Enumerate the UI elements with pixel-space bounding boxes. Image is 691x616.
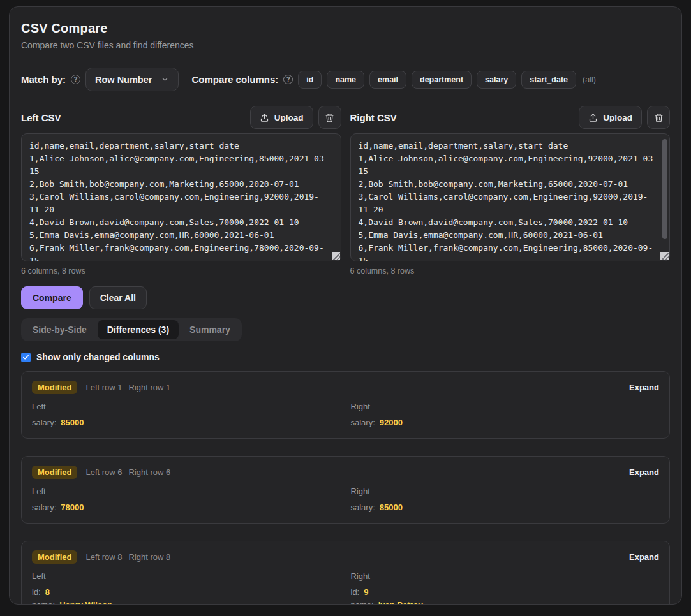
field-row: salary:92000 (351, 416, 660, 429)
field-key: salary: (351, 418, 375, 427)
field-row: id:8 (32, 586, 341, 599)
column-chip-email[interactable]: email (369, 71, 406, 89)
field-row: name:Henry Wilson (32, 599, 341, 605)
chevron-down-icon (161, 75, 169, 84)
field-key: salary: (32, 418, 56, 427)
tab-differences-3[interactable]: Differences (3) (98, 320, 179, 339)
field-key: name: (351, 600, 374, 605)
right-column-title: Right (351, 485, 660, 498)
resize-grip[interactable] (332, 252, 340, 260)
field-row: id:9 (351, 586, 660, 599)
column-chip-id[interactable]: id (298, 71, 322, 89)
csv-panels: Left CSV Upload id,nam (21, 106, 670, 275)
compare-columns-help-icon[interactable]: ? (283, 75, 293, 84)
field-key: id: (32, 587, 41, 597)
field-value: 8 (45, 587, 50, 597)
left-row-meta: Left row 6 (85, 467, 122, 477)
upload-left-label: Upload (274, 113, 304, 122)
left-diff-column: Leftsalary:78000 (32, 485, 341, 514)
checkbox-checked-icon[interactable] (21, 353, 31, 362)
field-value: Henry Wilson (59, 600, 112, 605)
right-csv-title: Right CSV (350, 112, 397, 123)
left-row-meta: Left row 8 (85, 552, 122, 562)
page-title: CSV Compare (21, 21, 670, 36)
field-key: name: (32, 600, 55, 605)
match-by-select[interactable]: Row Number (85, 68, 179, 91)
field-value: 9 (364, 587, 368, 597)
scrollbar-thumb[interactable] (662, 139, 667, 239)
field-key: salary: (32, 502, 56, 512)
upload-right-label: Upload (603, 113, 632, 122)
left-column-title: Left (32, 570, 341, 583)
column-chip-start_date[interactable]: start_date (521, 71, 576, 89)
diff-card: ModifiedLeft row 6Right row 6ExpandLefts… (21, 456, 670, 524)
trash-icon (654, 113, 664, 122)
right-column-title: Right (351, 570, 660, 583)
right-csv-stats: 6 columns, 8 rows (350, 267, 671, 275)
delete-right-button[interactable] (647, 106, 670, 129)
action-buttons: Compare Clear All (21, 286, 670, 309)
expand-button[interactable]: Expand (629, 552, 659, 562)
match-by-value: Row Number (95, 75, 152, 85)
resize-grip[interactable] (660, 252, 669, 260)
upload-left-button[interactable]: Upload (250, 106, 313, 129)
status-badge: Modified (32, 550, 77, 564)
expand-button[interactable]: Expand (629, 383, 659, 392)
trash-icon (325, 113, 334, 122)
tab-side-by-side[interactable]: Side-by-Side (23, 320, 96, 339)
column-chip-salary[interactable]: salary (477, 71, 516, 89)
left-csv-stats: 6 columns, 8 rows (21, 267, 341, 275)
upload-icon (260, 113, 269, 122)
clear-all-button[interactable]: Clear All (89, 286, 147, 309)
status-badge: Modified (32, 466, 77, 479)
left-column-title: Left (32, 485, 341, 498)
match-by-label: Match by: (21, 74, 66, 85)
delete-left-button[interactable] (318, 106, 341, 129)
field-value: Ivan Petrov (378, 600, 423, 605)
left-csv-panel: Left CSV Upload id,nam (21, 106, 341, 275)
upload-icon (588, 113, 598, 122)
right-diff-column: Rightsalary:92000 (351, 400, 660, 429)
diff-list: ModifiedLeft row 1Right row 1ExpandLefts… (21, 371, 670, 605)
field-row: salary:85000 (32, 416, 341, 429)
field-row: salary:85000 (351, 501, 660, 514)
right-csv-panel: Right CSV Upload id,na (350, 106, 671, 275)
page-subtitle: Compare two CSV files and find differenc… (21, 40, 670, 50)
controls-row: Match by: ? Row Number Compare columns: … (21, 68, 670, 91)
column-chip-name[interactable]: name (327, 71, 364, 89)
all-columns-label: (all) (583, 75, 596, 84)
compare-columns-label: Compare columns: (191, 74, 278, 85)
match-by-help-icon[interactable]: ? (71, 75, 80, 84)
csv-compare-app: CSV Compare Compare two CSV files and fi… (9, 6, 682, 605)
left-csv-title: Left CSV (21, 112, 61, 123)
column-chip-department[interactable]: department (412, 71, 472, 89)
right-csv-textarea[interactable]: id,name,email,department,salary,start_da… (350, 133, 671, 261)
field-row: salary:78000 (32, 501, 341, 514)
left-row-meta: Left row 1 (85, 383, 122, 392)
filter-label: Show only changed columns (36, 352, 160, 362)
tab-summary[interactable]: Summary (180, 320, 240, 339)
left-csv-textarea[interactable]: id,name,email,department,salary,start_da… (21, 133, 341, 261)
field-value: 78000 (61, 502, 84, 512)
column-chips: idnameemaildepartmentsalarystart_date (298, 71, 576, 89)
field-key: salary: (351, 502, 375, 512)
diff-card: ModifiedLeft row 8Right row 8ExpandLefti… (21, 541, 670, 605)
right-diff-column: Rightsalary:85000 (351, 485, 660, 514)
upload-right-button[interactable]: Upload (579, 106, 642, 129)
right-row-meta: Right row 6 (129, 467, 171, 477)
field-value: 85000 (61, 418, 84, 427)
diff-card: ModifiedLeft row 1Right row 1ExpandLefts… (21, 371, 670, 439)
right-diff-column: Rightid:9name:Ivan Petrovemail:ivan@comp… (351, 570, 660, 605)
left-diff-column: Leftsalary:85000 (32, 400, 341, 429)
expand-button[interactable]: Expand (629, 467, 659, 477)
field-key: id: (351, 587, 360, 597)
left-column-title: Left (32, 400, 341, 413)
field-value: 85000 (380, 502, 403, 512)
field-value: 92000 (380, 418, 403, 427)
show-only-changed-toggle[interactable]: Show only changed columns (21, 352, 670, 362)
field-row: name:Ivan Petrov (351, 599, 660, 605)
compare-button[interactable]: Compare (21, 286, 83, 309)
status-badge: Modified (32, 381, 77, 394)
right-column-title: Right (351, 400, 660, 413)
right-row-meta: Right row 8 (129, 552, 171, 562)
